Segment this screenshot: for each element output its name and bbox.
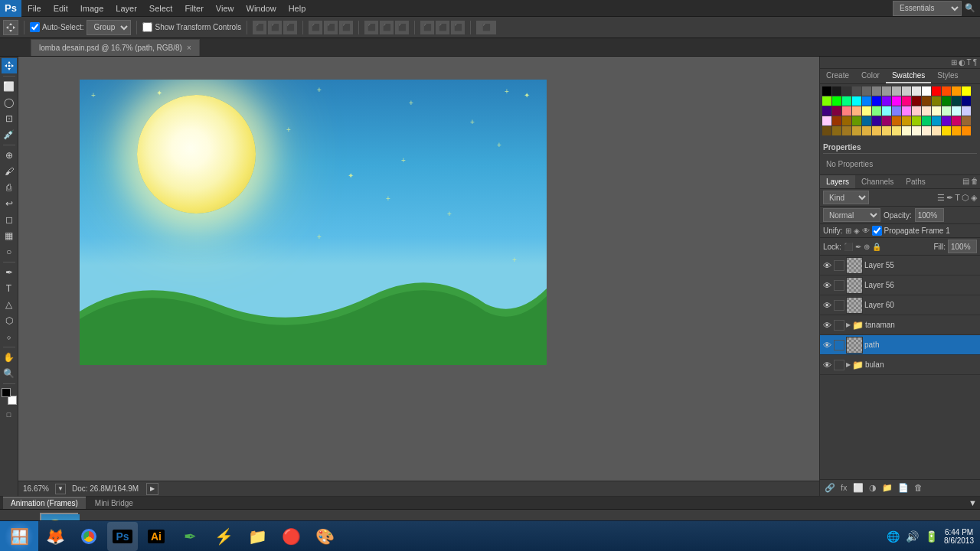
panel-icon-text[interactable]: T [967, 58, 972, 67]
swatch-3-4[interactable] [862, 116, 871, 126]
swatch-0-13[interactable] [952, 86, 961, 96]
swatch-4-12[interactable] [942, 126, 951, 135]
swatch-1-2[interactable] [842, 96, 851, 106]
unify-style[interactable]: ◈ [854, 227, 860, 235]
hand-tool[interactable]: ✋ [2, 350, 17, 365]
swatch-3-1[interactable] [832, 116, 841, 126]
link-layers[interactable]: 🔗 [823, 481, 837, 494]
swatch-2-8[interactable] [902, 106, 911, 116]
move-tool[interactable] [2, 58, 17, 73]
swatch-0-1[interactable] [832, 86, 841, 96]
dist-center-v[interactable]: ⬛ [436, 21, 449, 34]
lock-position[interactable]: ⊕ [864, 243, 870, 251]
align-center-v[interactable]: ⬛ [324, 21, 338, 34]
auto-select-checkbox[interactable] [30, 22, 40, 32]
workspace-select[interactable]: Essentials [893, 1, 962, 16]
taskbar-app6[interactable]: ⚡ [208, 522, 239, 551]
layer-vis-4[interactable]: 👁 [822, 340, 832, 350]
tab-channels[interactable]: Channels [855, 175, 900, 188]
swatch-1-12[interactable] [942, 96, 951, 106]
delete-layer[interactable]: 🗑 [913, 481, 924, 494]
menu-select[interactable]: Select [143, 2, 179, 15]
history-tool[interactable]: ↩ [2, 196, 17, 211]
swatch-2-5[interactable] [872, 106, 881, 116]
new-group[interactable]: 📁 [880, 481, 894, 494]
swatch-2-11[interactable] [932, 106, 941, 116]
swatch-1-3[interactable] [852, 96, 861, 106]
standard-mode[interactable]: □ [2, 407, 17, 422]
align-bottom[interactable]: ⬛ [339, 21, 353, 34]
layer-style[interactable]: fx [839, 481, 849, 494]
layer-vis-1[interactable]: 👁 [822, 280, 832, 291]
swatch-2-13[interactable] [952, 106, 961, 116]
layer-item-Layer-60[interactable]: 👁Layer 60 [820, 295, 980, 315]
swatch-1-0[interactable] [822, 96, 831, 106]
panel-icon-adjust[interactable]: ◐ [959, 58, 965, 67]
layer-item-Layer-55[interactable]: 👁Layer 55 [820, 256, 980, 276]
tab-mini-bridge[interactable]: Mini Bridge [87, 497, 141, 509]
unify-pos[interactable]: ⊞ [845, 227, 851, 235]
swatch-3-9[interactable] [912, 116, 921, 126]
shape-tool[interactable]: ⬡ [2, 313, 17, 328]
filter-adjust[interactable]: ✒ [946, 193, 953, 203]
filter-type[interactable]: T [955, 193, 960, 202]
swatch-0-3[interactable] [852, 86, 861, 96]
swatch-2-6[interactable] [882, 106, 891, 116]
panel-icon-layers[interactable]: ⊞ [951, 58, 957, 67]
filter-smart[interactable]: ◈ [971, 193, 977, 203]
swatch-2-4[interactable] [862, 106, 871, 116]
lasso-tool[interactable]: ◯ [2, 95, 17, 110]
zoom-tool[interactable]: 🔍 [2, 366, 17, 381]
taskbar-app5[interactable]: ✒ [175, 522, 205, 551]
swatch-0-9[interactable] [912, 86, 921, 96]
layer-vis-2[interactable]: 👁 [822, 300, 832, 311]
stamp-tool[interactable]: ⎙ [2, 180, 17, 195]
document-tab[interactable]: lomba desain.psd @ 16.7% (path, RGB/8) × [31, 39, 200, 56]
heal-tool[interactable]: ⊕ [2, 148, 17, 163]
taskbar-firefox[interactable]: 🦊 [40, 522, 70, 551]
layer-item-bulan[interactable]: 👁▶📁bulan [820, 355, 980, 375]
swatch-1-7[interactable] [892, 96, 901, 106]
taskbar-app9[interactable]: 🎨 [309, 522, 340, 551]
add-mask[interactable]: ⬜ [851, 481, 865, 494]
tray-network[interactable]: 🌐 [887, 530, 900, 543]
swatch-1-4[interactable] [862, 96, 871, 106]
swatch-2-9[interactable] [912, 106, 921, 116]
fill-input[interactable] [948, 240, 977, 253]
swatch-3-6[interactable] [882, 116, 891, 126]
swatch-4-2[interactable] [842, 126, 851, 135]
swatch-3-0[interactable] [822, 116, 831, 126]
dodge-tool[interactable]: ○ [2, 244, 17, 259]
swatch-1-5[interactable] [872, 96, 881, 106]
dist-top[interactable]: ⬛ [420, 21, 434, 34]
lock-all[interactable]: 🔒 [872, 243, 881, 251]
swatch-3-12[interactable] [942, 116, 951, 126]
layer-item-tanaman[interactable]: 👁▶📁tanaman [820, 315, 980, 335]
swatch-4-11[interactable] [932, 126, 941, 135]
lock-image[interactable]: ✒ [855, 243, 861, 251]
swatch-4-5[interactable] [872, 126, 881, 135]
swatch-4-0[interactable] [822, 126, 831, 135]
opacity-input[interactable] [915, 208, 944, 222]
swatch-3-14[interactable] [962, 116, 971, 126]
swatch-3-7[interactable] [892, 116, 901, 126]
swatch-4-1[interactable] [832, 126, 841, 135]
swatch-3-11[interactable] [932, 116, 941, 126]
swatch-1-11[interactable] [932, 96, 941, 106]
menu-help[interactable]: Help [283, 2, 312, 15]
marquee-tool[interactable]: ⬜ [2, 79, 17, 94]
layers-panel-trash[interactable]: 🗑 [971, 177, 978, 187]
filter-shape[interactable]: ⬡ [962, 193, 969, 203]
swatch-4-6[interactable] [882, 126, 891, 135]
tray-volume[interactable]: 🔊 [906, 530, 919, 543]
blend-mode-select[interactable]: Normal [823, 208, 880, 222]
swatch-2-3[interactable] [852, 106, 861, 116]
swatch-4-10[interactable] [922, 126, 931, 135]
doc-tab-close[interactable]: × [187, 44, 191, 52]
swatch-0-11[interactable] [932, 86, 941, 96]
taskbar-explorer[interactable]: 📁 [242, 522, 273, 551]
swatch-4-8[interactable] [902, 126, 911, 135]
crop-tool[interactable]: ⊡ [2, 111, 17, 126]
swatch-0-0[interactable] [822, 86, 831, 96]
swatch-0-2[interactable] [842, 86, 851, 96]
